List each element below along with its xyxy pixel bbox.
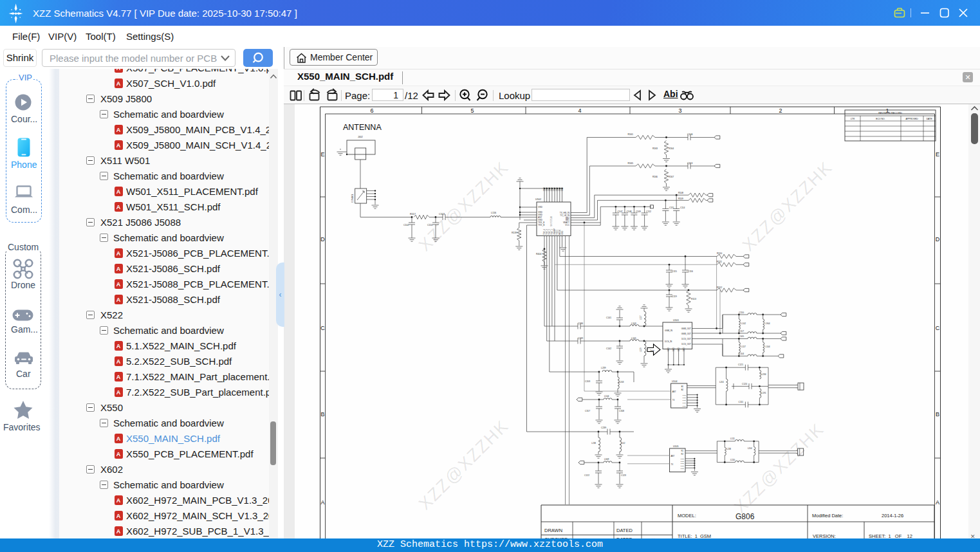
svg-text:GND: GND (561, 187, 564, 191)
svg-text:L104: L104 (604, 395, 609, 398)
svg-text:U102: U102 (535, 198, 541, 201)
svg-text:B: B (936, 411, 939, 418)
svg-text:L127: L127 (640, 315, 642, 320)
svg-text:C109: C109 (636, 210, 641, 213)
svg-text:A: A (320, 499, 324, 506)
svg-text:R166: R166 (652, 176, 658, 178)
svg-text:GND: GND (672, 347, 675, 351)
svg-text:L191: L191 (762, 392, 766, 394)
svg-text:CON101: CON101 (351, 194, 354, 203)
svg-text:L201: L201 (719, 381, 724, 383)
svg-text:C122: C122 (584, 474, 589, 477)
svg-text:GND: GND (682, 402, 686, 404)
svg-text:GND: GND (559, 187, 561, 191)
svg-text:U101: U101 (673, 319, 679, 322)
svg-text:ANTENNA: ANTENNA (343, 123, 382, 132)
svg-text:3: 3 (678, 107, 681, 114)
svg-text:C318: C318 (619, 410, 624, 412)
svg-text:E: E (320, 151, 324, 158)
svg-text:L904: L904 (766, 322, 770, 325)
svg-text:B1: B1 (681, 385, 684, 388)
svg-text:GND: GND (553, 187, 556, 191)
svg-text:ANT: ANT (672, 391, 676, 393)
svg-text:C: C (936, 325, 940, 331)
svg-text:C110: C110 (739, 311, 744, 314)
svg-text:GND: GND (682, 397, 686, 399)
svg-text:GND: GND (546, 187, 548, 191)
svg-text:L116: L116 (491, 212, 496, 214)
svg-text:R404: R404 (536, 253, 542, 255)
svg-text:C104: C104 (739, 353, 744, 355)
svg-text:C105: C105 (739, 335, 744, 338)
svg-text:GND: GND (683, 347, 685, 351)
svg-text:LTR: LTR (851, 118, 855, 120)
svg-text:ANT: ANT (670, 455, 674, 457)
svg-text:R1: R1 (681, 450, 684, 452)
svg-text:C112: C112 (646, 210, 651, 213)
svg-text:A: A (936, 499, 939, 506)
svg-text:C120: C120 (742, 383, 747, 385)
svg-text:TX: TX (672, 399, 675, 401)
svg-text:L238: L238 (726, 448, 731, 450)
svg-text:C117: C117 (739, 330, 744, 333)
svg-text:C108: C108 (626, 210, 631, 213)
svg-text:C107: C107 (617, 210, 622, 213)
svg-text:GND: GND (680, 465, 684, 467)
svg-text:E: E (936, 151, 939, 158)
svg-text:C142: C142 (606, 347, 611, 350)
svg-text:MODEL:: MODEL: (678, 513, 696, 519)
svg-text:GND: GND (682, 394, 686, 396)
svg-text:C121: C121 (738, 363, 743, 366)
svg-text:L110: L110 (730, 459, 735, 461)
svg-text:L111: L111 (730, 437, 735, 440)
svg-text:TRX_B: TRX_B (538, 224, 544, 226)
svg-text:GSM_OUT: GSM_OUT (681, 333, 691, 335)
svg-text:L129: L129 (640, 347, 642, 352)
svg-text:R2: R2 (681, 453, 684, 455)
svg-text:DATE:: DATE: (927, 118, 933, 120)
svg-text:GND: GND (682, 400, 686, 401)
svg-text:U105: U105 (673, 445, 679, 448)
svg-text:DCS_IN: DCS_IN (665, 340, 672, 343)
svg-text:2014-1-26: 2014-1-26 (882, 513, 903, 519)
svg-text:R117: R117 (410, 213, 416, 216)
svg-text:APPROVED:: APPROVED: (906, 118, 919, 120)
svg-text:GSM_OUT: GSM_OUT (681, 327, 691, 330)
svg-text:GND: GND (667, 347, 670, 351)
svg-text:L204: L204 (748, 447, 752, 450)
svg-text:C115: C115 (669, 207, 674, 209)
svg-text:DCS_OUT: DCS_OUT (681, 343, 691, 345)
svg-text:DRAWN: DRAWN (544, 528, 562, 533)
svg-text:GND: GND (551, 187, 553, 191)
svg-text:L117: L117 (741, 345, 746, 348)
svg-text:L104: L104 (766, 345, 770, 348)
svg-text:C239: C239 (601, 427, 606, 429)
svg-text:C111: C111 (739, 401, 744, 403)
svg-text:G806: G806 (735, 512, 755, 521)
svg-text:6: 6 (370, 107, 373, 114)
svg-text:GND: GND (682, 405, 686, 407)
svg-text:L102: L102 (741, 322, 746, 325)
svg-text:L239: L239 (601, 367, 606, 369)
svg-text:R164: R164 (669, 147, 674, 150)
svg-text:TITLE: 1_GSM: TITLE: 1_GSM (678, 533, 711, 538)
svg-text:GND: GND (556, 187, 559, 191)
svg-text:C119: C119 (672, 295, 677, 298)
svg-text:R165: R165 (627, 162, 633, 165)
svg-text:DATED: DATED (616, 528, 633, 533)
svg-text:2: 2 (779, 107, 782, 114)
svg-text:C317: C317 (585, 410, 590, 412)
svg-text:U104: U104 (672, 380, 678, 383)
svg-text:L238: L238 (591, 442, 596, 445)
svg-text:R113: R113 (691, 298, 696, 300)
svg-text:C116: C116 (688, 270, 693, 273)
svg-text:5: 5 (470, 107, 474, 114)
svg-text:TX: TX (670, 463, 673, 466)
svg-text:GSM_IN: GSM_IN (665, 329, 672, 332)
svg-text:C: C (320, 325, 325, 331)
svg-text:SKY77520: SKY77520 (550, 216, 553, 226)
svg-text:Modified Date:: Modified Date: (812, 513, 843, 519)
svg-text:ECO NO.: ECO NO. (876, 118, 885, 120)
svg-text:GND: GND (561, 231, 564, 235)
svg-text:SHEET: 1 OF 12: SHEET: 1 OF 12 (869, 533, 912, 538)
